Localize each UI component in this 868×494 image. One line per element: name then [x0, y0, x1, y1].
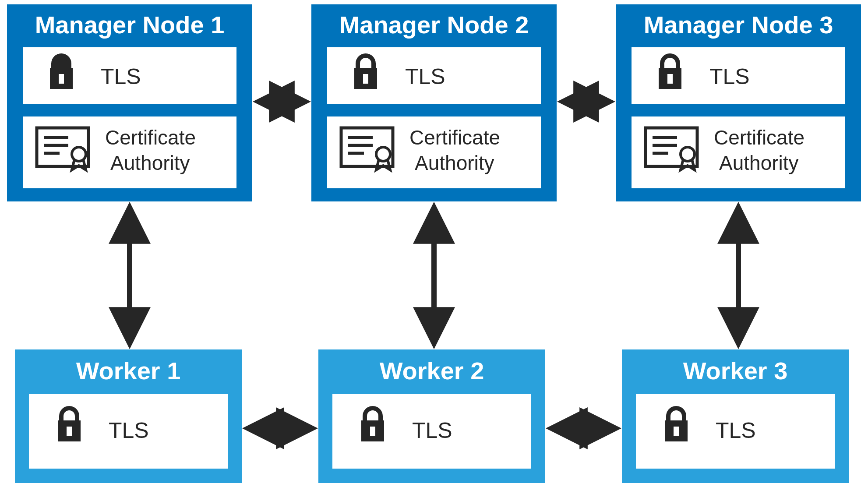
- svg-rect-35: [674, 427, 679, 436]
- manager-1-ca-line1: Certificate: [105, 126, 196, 149]
- manager-2-title: Manager Node 2: [339, 11, 529, 39]
- svg-rect-29: [67, 427, 72, 436]
- worker-node-2: Worker 2 TLS: [318, 349, 545, 483]
- worker-node-1: Worker 1 TLS: [15, 349, 242, 483]
- svg-rect-11: [363, 74, 368, 84]
- worker-2-title: Worker 2: [380, 357, 484, 385]
- worker-1-tls-label: TLS: [109, 418, 149, 443]
- manager-node-3: Manager Node 3 TLS Certificate Authority: [616, 4, 861, 201]
- worker-1-title: Worker 1: [76, 357, 181, 385]
- worker-node-3: Worker 3 TLS: [622, 349, 849, 483]
- manager-2-tls-label: TLS: [405, 64, 445, 89]
- manager-1-title: Manager Node 1: [35, 11, 225, 39]
- architecture-diagram: Manager Node 1 TLS Certificate Authority…: [0, 0, 868, 494]
- lock-icon: [50, 56, 73, 89]
- manager-node-2: Manager Node 2 TLS Certificate Authority: [311, 4, 557, 201]
- worker-3-tls-label: TLS: [716, 418, 756, 443]
- manager-2-ca-line2: Authority: [415, 152, 494, 174]
- manager-3-title: Manager Node 3: [644, 11, 833, 39]
- manager-2-ca-line1: Certificate: [409, 126, 500, 149]
- svg-rect-20: [667, 74, 673, 84]
- worker-2-tls-label: TLS: [412, 418, 452, 443]
- worker-3-title: Worker 3: [683, 357, 788, 385]
- svg-rect-32: [370, 427, 375, 436]
- manager-3-tls-label: TLS: [709, 64, 750, 89]
- manager-1-tls-label: TLS: [101, 64, 141, 89]
- manager-3-ca-line2: Authority: [719, 152, 799, 174]
- manager-3-ca-line1: Certificate: [714, 126, 804, 149]
- manager-node-1: Manager Node 1 TLS Certificate Authority: [7, 4, 252, 201]
- manager-1-ca-line2: Authority: [110, 152, 190, 174]
- svg-rect-2: [59, 74, 64, 84]
